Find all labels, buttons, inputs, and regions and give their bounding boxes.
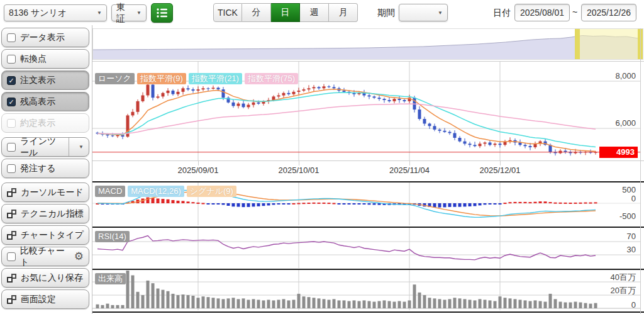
sidebar-item-order-display[interactable]: ✓注文表示 (1, 70, 89, 90)
date-to-input[interactable]: 2025/12/26 (581, 4, 636, 21)
sidebar-item-label: 残高表示 (20, 96, 55, 108)
sidebar-item-cursor-mode[interactable]: カーソルモード (1, 182, 89, 202)
date-label: 日付 (493, 8, 511, 19)
macd-panel[interactable]: 5000-500MACDMACD(12,26)シグナル(9) (92, 181, 644, 227)
volume-panel[interactable]: 40百万20百万0出来高 (92, 269, 644, 313)
svg-text:30: 30 (627, 245, 636, 254)
window-icon (7, 231, 16, 240)
sidebar-item-technical-indicators[interactable]: テクニカル指標 (1, 204, 89, 223)
sidebar-item-place-order[interactable]: 発注する (1, 159, 89, 178)
sidebar-item-label: ラインツール (20, 136, 64, 159)
window-icon (7, 274, 16, 283)
svg-text:0: 0 (631, 194, 636, 203)
legend-chip[interactable]: 指数平滑(9) (137, 73, 186, 84)
checkbox-icon[interactable] (7, 252, 16, 261)
sidebar-item-data-display[interactable]: データ表示 (1, 28, 89, 47)
watchlist-button[interactable] (151, 3, 173, 23)
sidebar-item-label: チャートタイプ (21, 230, 84, 241)
trading-chart-app: { "header": { "stock_selector": "8136 サン… (0, 0, 644, 314)
sidebar-item-line-tool[interactable]: ラインツール▼ (1, 137, 89, 157)
sidebar-item-screen-settings[interactable]: 画面設定 (1, 289, 89, 309)
legend-chip[interactable]: ローソク (95, 73, 135, 84)
sidebar-item-label: 約定表示 (20, 118, 55, 129)
svg-text:40百万: 40百万 (611, 272, 636, 282)
x-tick (409, 161, 410, 165)
chevron-down-icon: ▼ (79, 144, 84, 150)
period-label: 期間 (377, 8, 395, 19)
interval-button-TICK[interactable]: TICK (213, 3, 242, 22)
chart-region: 8,0006,0004993ローソク指数平滑(9)指数平滑(21)指数平滑(75… (92, 25, 644, 314)
x-axis-label: 2025/11/04 (389, 165, 430, 175)
sidebar-item-label: データ表示 (20, 32, 65, 43)
legend-chip[interactable]: シグナル(9) (187, 186, 236, 197)
svg-text:0: 0 (631, 300, 636, 310)
price-panel[interactable]: 8,0006,0004993ローソク指数平滑(9)指数平滑(21)指数平滑(75… (92, 61, 644, 161)
legend: RSI(14) (95, 231, 130, 242)
date-from-input[interactable]: 2025/08/01 (514, 4, 570, 21)
checkbox-icon[interactable] (7, 55, 16, 64)
legend-chip[interactable]: 指数平滑(21) (189, 73, 242, 84)
window-icon (7, 295, 16, 304)
gear-icon[interactable]: ⚙ (74, 251, 84, 262)
checkbox-icon[interactable]: ✓ (7, 76, 16, 85)
overview-selection-window[interactable] (575, 29, 643, 59)
x-axis-label: 2025/10/01 (278, 165, 319, 175)
checkbox-icon[interactable]: ✓ (7, 98, 16, 106)
sidebar-item-balance-display[interactable]: ✓残高表示 (1, 92, 89, 111)
checkbox-icon[interactable] (7, 143, 16, 152)
interval-button-分[interactable]: 分 (242, 3, 271, 22)
interval-button-日[interactable]: 日 (271, 3, 300, 22)
x-axis: 2025/09/012025/10/012025/11/042025/12/01 (92, 160, 644, 181)
stock-selector-value: 8136 サンリオ (9, 8, 67, 19)
line-tool-dropdown[interactable]: ▼ (69, 138, 84, 156)
overview-strip[interactable] (92, 28, 643, 60)
checkbox-icon[interactable] (7, 164, 16, 173)
sidebar-item-turning-point[interactable]: 転換点 (1, 49, 89, 69)
sidebar-item-label: 転換点 (20, 53, 47, 65)
ema-21-line (97, 93, 596, 147)
legend-chip[interactable]: MACD (95, 186, 125, 197)
sidebar-item-label: 注文表示 (20, 75, 55, 86)
legend: MACDMACD(12,26)シグナル(9) (95, 186, 236, 197)
x-tick (500, 161, 501, 165)
interval-button-週[interactable]: 週 (300, 3, 329, 22)
sidebar-item-label: お気に入り保存 (21, 272, 83, 284)
sidebar-item-label: 比較チャート (20, 245, 70, 268)
date-range-separator: ~ (572, 7, 577, 17)
sidebar-item-save-favorite[interactable]: お気に入り保存 (1, 268, 89, 288)
ema-75-line (97, 104, 596, 134)
plot-right-border (640, 28, 641, 314)
checkbox-icon[interactable] (7, 33, 16, 42)
chevron-down-icon: ▼ (97, 10, 102, 16)
last-price-tag: 4993 (599, 147, 638, 158)
interval-segment-control: TICK分日週月 (213, 3, 358, 22)
interval-button-月[interactable]: 月 (329, 3, 358, 22)
checkbox-icon[interactable] (7, 119, 16, 128)
sidebar-item-chart-type[interactable]: チャートタイプ (1, 225, 89, 245)
svg-text:70: 70 (627, 232, 636, 241)
ema-9-line (97, 89, 596, 152)
legend-chip[interactable]: MACD(12,26) (128, 186, 184, 197)
stock-selector[interactable]: 8136 サンリオ ▼ (4, 4, 107, 21)
rsi-line (97, 236, 596, 260)
volume-canvas[interactable]: 40百万20百万0 (92, 270, 644, 310)
x-tick (198, 161, 199, 165)
svg-text:-500: -500 (619, 211, 636, 221)
sidebar-item-label: 画面設定 (21, 294, 56, 305)
svg-text:500: 500 (622, 185, 636, 194)
exchange-selector[interactable]: 東証 ▼ (111, 4, 147, 21)
window-icon (7, 210, 16, 218)
legend: 出来高 (95, 273, 126, 284)
legend-chip[interactable]: 出来高 (95, 273, 126, 284)
rsi-canvas[interactable]: 7030 (92, 228, 644, 268)
svg-text:6,000: 6,000 (615, 118, 636, 128)
svg-text:20百万: 20百万 (611, 286, 636, 295)
window-icon (7, 188, 16, 197)
sidebar-item-compare-chart[interactable]: 比較チャート⚙ (1, 247, 89, 266)
legend-chip[interactable]: 指数平滑(75) (245, 73, 298, 84)
legend-chip[interactable]: RSI(14) (95, 231, 130, 242)
rsi-panel[interactable]: 7030RSI(14) (92, 227, 644, 269)
sidebar: データ表示転換点✓注文表示✓残高表示約定表示ラインツール▼発注するカーソルモード… (0, 26, 91, 314)
x-tick (299, 161, 299, 165)
period-selector[interactable]: ▼ (399, 4, 448, 21)
